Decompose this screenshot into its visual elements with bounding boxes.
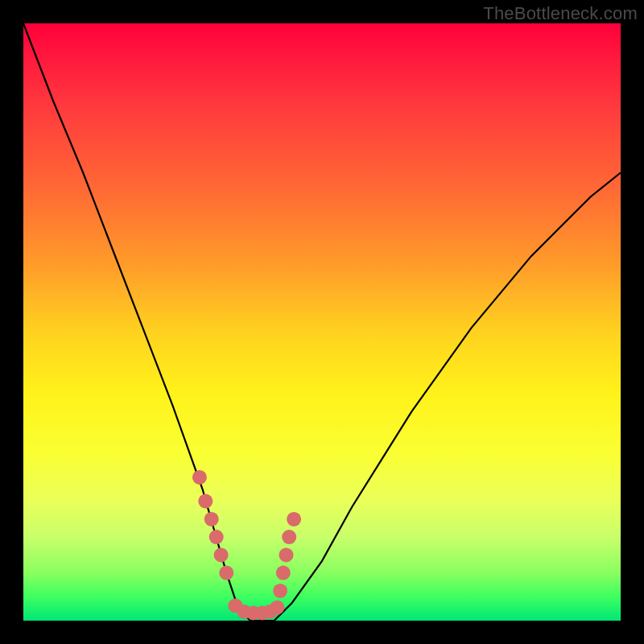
chart-frame: TheBottleneck.com — [0, 0, 644, 644]
watermark-label: TheBottleneck.com — [483, 3, 638, 24]
plot-area — [23, 23, 621, 621]
